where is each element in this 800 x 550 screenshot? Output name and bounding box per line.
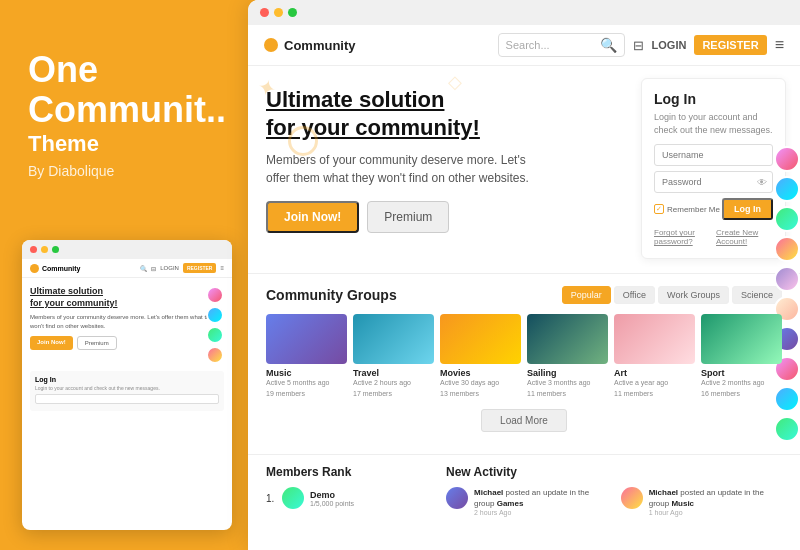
hero-description: Members of your community deserve more. …	[266, 151, 546, 187]
mini-dot-red	[30, 246, 37, 253]
filter-office[interactable]: Office	[614, 286, 655, 304]
filter-work-groups[interactable]: Work Groups	[658, 286, 729, 304]
group-img-travel	[353, 314, 434, 364]
mini-dot-green	[52, 246, 59, 253]
new-activity-title: New Activity	[446, 465, 782, 479]
group-meta-sailing: Active 3 months ago11 members	[527, 378, 608, 399]
join-now-button[interactable]: Join Now!	[266, 201, 359, 233]
mini-buttons: Join Now! Premium	[30, 336, 224, 350]
right-avatars	[774, 146, 800, 442]
group-card-travel[interactable]: Travel Active 2 hours ago17 members	[353, 314, 434, 399]
group-card-movies[interactable]: Movies Active 30 days ago13 members	[440, 314, 521, 399]
mini-dot-yellow	[41, 246, 48, 253]
group-card-art[interactable]: Art Active a year ago11 members	[614, 314, 695, 399]
brand-by: By Diabolique	[28, 163, 220, 179]
logo-dot	[264, 38, 278, 52]
password-input[interactable]	[654, 171, 773, 193]
groups-section-title: Community Groups	[266, 287, 397, 303]
premium-button[interactable]: Premium	[367, 201, 449, 233]
avatar-1	[774, 146, 800, 172]
main-content-area: ✦ ◇ Ultimate solution for your community…	[248, 66, 800, 541]
grid-icon[interactable]: ⊟	[633, 38, 644, 53]
group-name-travel: Travel	[353, 368, 434, 378]
login-title: Log In	[654, 91, 773, 107]
checkbox-checked	[654, 204, 664, 214]
log-in-button[interactable]: Log In	[722, 198, 773, 220]
mini-hero-desc: Members of your community deserve more. …	[30, 313, 224, 330]
activity-avatar-2	[621, 487, 643, 509]
group-meta-art: Active a year ago11 members	[614, 378, 695, 399]
rank-item-1: 1. Demo 1/5,000 points	[266, 487, 434, 509]
members-rank-title: Members Rank	[266, 465, 434, 479]
rank-member-name: Demo	[310, 490, 434, 500]
search-input[interactable]: Search...	[506, 39, 596, 51]
load-more-container: Load More	[266, 409, 782, 432]
register-button[interactable]: REGISTER	[694, 35, 766, 55]
new-activity-section: New Activity Michael posted an update in…	[446, 465, 782, 521]
avatar-9	[774, 386, 800, 412]
brand-title: One	[28, 50, 220, 90]
deco-circle	[288, 126, 318, 156]
mini-logo: Community	[30, 264, 81, 273]
chrome-dot-green	[288, 8, 297, 17]
rank-number: 1.	[266, 493, 276, 504]
eye-icon: 👁	[757, 177, 767, 188]
login-description: Login to your account and check out the …	[654, 111, 773, 136]
login-box: Log In Login to your account and check o…	[641, 78, 786, 259]
activity-avatar-1	[446, 487, 468, 509]
group-meta-music: Active 5 months ago19 members	[266, 378, 347, 399]
nav-logo: Community	[264, 38, 356, 53]
bottom-sections: Members Rank 1. Demo 1/5,000 points New …	[248, 454, 800, 531]
hero-section: ✦ ◇ Ultimate solution for your community…	[248, 66, 800, 273]
hero-title: Ultimate solution for your community!	[266, 86, 623, 141]
community-groups-section: Community Groups Popular Office Work Gro…	[248, 273, 800, 454]
group-name-art: Art	[614, 368, 695, 378]
avatar-4	[774, 236, 800, 262]
activity-text-1: Michael posted an update in the group Ga…	[474, 487, 611, 516]
main-navigation: Community Search... 🔍 ⊟ LOGIN REGISTER ≡	[248, 25, 800, 66]
hero-buttons: Join Now! Premium	[266, 201, 623, 233]
group-img-sport	[701, 314, 782, 364]
group-card-sport[interactable]: Sport Active 2 months ago16 members	[701, 314, 782, 399]
group-card-music[interactable]: Music Active 5 months ago19 members	[266, 314, 347, 399]
rank-info: Demo 1/5,000 points	[310, 490, 434, 507]
mini-login-section: Log In Login to your account and check o…	[30, 371, 224, 411]
group-img-sailing	[527, 314, 608, 364]
avatar-5	[774, 266, 800, 292]
avatar-10	[774, 416, 800, 442]
members-rank-section: Members Rank 1. Demo 1/5,000 points	[266, 465, 434, 521]
group-img-music	[266, 314, 347, 364]
activity-item-2: Michael posted an update in the group Mu…	[621, 487, 782, 516]
group-img-art	[614, 314, 695, 364]
brand-theme: Theme	[28, 131, 220, 157]
mini-hero-title: Ultimate solutionfor your community!	[30, 286, 224, 309]
load-more-button[interactable]: Load More	[481, 409, 567, 432]
brand-subtitle: Communit..	[28, 90, 220, 130]
nav-logo-text: Community	[284, 38, 356, 53]
avatar-2	[774, 176, 800, 202]
mini-browser-preview: Community 🔍 ⊟ LOGIN REGISTER ≡ Ultimate …	[22, 240, 232, 530]
group-card-sailing[interactable]: Sailing Active 3 months ago11 members	[527, 314, 608, 399]
mini-nav: Community 🔍 ⊟ LOGIN REGISTER ≡	[22, 259, 232, 278]
group-meta-sport: Active 2 months ago16 members	[701, 378, 782, 399]
mini-browser-bar	[22, 240, 232, 259]
remember-me-checkbox[interactable]: Remember Me	[654, 204, 720, 214]
left-panel: One Communit.. Theme By Diabolique Commu…	[0, 0, 248, 550]
activity-text-2: Michael posted an update in the group Mu…	[649, 487, 782, 516]
group-name-music: Music	[266, 368, 347, 378]
filter-tabs: Popular Office Work Groups Science	[562, 286, 782, 304]
group-name-movies: Movies	[440, 368, 521, 378]
hamburger-menu-icon[interactable]: ≡	[775, 36, 784, 54]
password-row: 👁	[654, 171, 773, 193]
create-account-link[interactable]: Create New Account!	[716, 228, 773, 246]
filter-popular[interactable]: Popular	[562, 286, 611, 304]
login-link[interactable]: LOGIN	[652, 39, 687, 51]
forgot-password-link[interactable]: Forgot your password?	[654, 228, 716, 246]
activity-item-1: Michael posted an update in the group Ga…	[446, 487, 611, 516]
login-remember-row: Remember Me Log In	[654, 198, 773, 220]
username-input[interactable]	[654, 144, 773, 166]
chrome-dot-yellow	[274, 8, 283, 17]
group-img-movies	[440, 314, 521, 364]
groups-grid: Music Active 5 months ago19 members Trav…	[266, 314, 782, 399]
mini-nav-links: 🔍 ⊟ LOGIN REGISTER ≡	[140, 263, 224, 273]
